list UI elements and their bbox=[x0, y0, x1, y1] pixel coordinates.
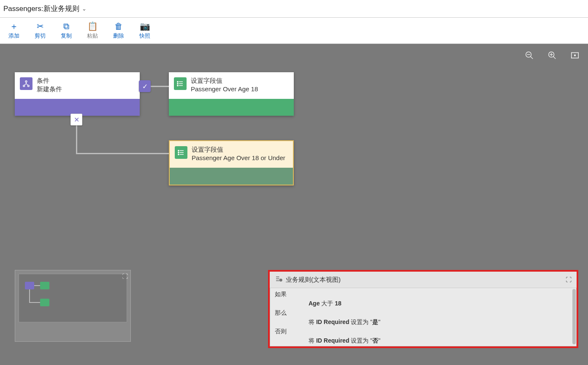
delete-label: 删除 bbox=[113, 32, 124, 40]
list-icon bbox=[175, 146, 187, 159]
add-label: 添加 bbox=[8, 32, 19, 40]
card-footer bbox=[169, 99, 294, 116]
rule-panel-title: 业务规则(文本视图) bbox=[286, 276, 341, 284]
condition-card[interactable]: 条件 新建条件 bbox=[15, 72, 140, 116]
svg-point-8 bbox=[574, 55, 576, 56]
zoom-in-icon[interactable] bbox=[547, 51, 557, 60]
snapshot-button[interactable]: 📷 快照 bbox=[134, 19, 155, 43]
minimap[interactable]: ⛶ bbox=[15, 270, 131, 342]
else-post: " bbox=[378, 337, 380, 344]
rule-panel-body: 如果 Age 大于 18 那么 将 ID Required 设置为 "是" 否则 bbox=[270, 288, 577, 345]
plus-icon: ＋ bbox=[10, 22, 18, 30]
fit-screen-icon[interactable] bbox=[570, 51, 580, 60]
camera-icon: 📷 bbox=[140, 22, 150, 30]
minimap-node bbox=[25, 282, 34, 289]
scissors-icon: ✂ bbox=[37, 22, 44, 30]
close-icon: ✕ bbox=[74, 116, 79, 124]
if-label: 如果 bbox=[275, 291, 309, 298]
minimap-line bbox=[34, 285, 40, 286]
action-false-title: 设置字段值 bbox=[192, 145, 285, 154]
svg-line-1 bbox=[531, 57, 533, 59]
then-mid: 设置为 " bbox=[349, 319, 372, 325]
title-rulename: 新业务规则 bbox=[43, 4, 79, 14]
zoom-out-icon[interactable] bbox=[525, 51, 534, 60]
cut-label: 剪切 bbox=[35, 32, 46, 40]
action-true-card[interactable]: 设置字段值 Passenger Over Age 18 bbox=[169, 72, 294, 116]
list-icon bbox=[174, 77, 187, 90]
then-field: ID Required bbox=[316, 319, 350, 325]
zoom-controls bbox=[525, 51, 580, 60]
minimap-line bbox=[29, 289, 30, 302]
if-value: Age 大于 18 bbox=[309, 300, 572, 308]
else-field: ID Required bbox=[316, 337, 350, 344]
svg-point-9 bbox=[25, 81, 27, 82]
action-true-title: 设置字段值 bbox=[191, 76, 258, 85]
then-post: " bbox=[378, 319, 380, 325]
if-op: 大于 bbox=[320, 300, 335, 307]
then-pre: 将 bbox=[309, 319, 316, 325]
action-false-subtitle: Passenger Age Over 18 or Under bbox=[192, 154, 285, 162]
svg-point-22 bbox=[178, 152, 179, 153]
svg-point-15 bbox=[177, 81, 178, 82]
check-icon: ✓ bbox=[142, 82, 148, 90]
scrollbar[interactable] bbox=[572, 289, 576, 344]
else-val: 否 bbox=[372, 337, 378, 344]
connector-false-v bbox=[76, 125, 77, 154]
minimap-node bbox=[40, 299, 49, 306]
paste-icon: 📋 bbox=[87, 22, 98, 30]
page-title[interactable]: Passengers: 新业务规则 ⌄ bbox=[3, 4, 87, 14]
header: Passengers: 新业务规则 ⌄ bbox=[0, 0, 588, 18]
rule-text-panel: 业务规则(文本视图) ⛶ 如果 Age 大于 18 那么 将 ID Requir… bbox=[268, 270, 578, 348]
snapshot-label: 快照 bbox=[139, 32, 150, 40]
if-num: 18 bbox=[335, 300, 341, 307]
x-badge[interactable]: ✕ bbox=[70, 114, 82, 125]
if-field: Age bbox=[309, 300, 320, 307]
svg-point-21 bbox=[178, 150, 179, 151]
condition-title: 条件 bbox=[37, 76, 62, 85]
minimap-viewport[interactable] bbox=[19, 274, 127, 322]
minimap-line bbox=[29, 302, 40, 303]
else-mid: 设置为 " bbox=[349, 337, 372, 344]
trash-icon: 🗑 bbox=[114, 22, 123, 30]
copy-icon: ⧉ bbox=[63, 22, 69, 30]
action-true-subtitle: Passenger Over Age 18 bbox=[191, 85, 258, 93]
then-val: 是 bbox=[372, 319, 378, 325]
toolbar: ＋ 添加 ✂ 剪切 ⧉ 复制 📋 粘贴 🗑 删除 📷 快照 bbox=[0, 18, 588, 44]
copy-button[interactable]: ⧉ 复制 bbox=[56, 19, 77, 43]
chevron-down-icon[interactable]: ⌄ bbox=[82, 5, 87, 12]
cut-button[interactable]: ✂ 剪切 bbox=[30, 19, 51, 43]
branch-icon bbox=[20, 77, 33, 90]
title-entity: Passengers: bbox=[3, 5, 43, 13]
rule-icon bbox=[275, 275, 282, 284]
canvas[interactable]: 条件 新建条件 ✓ ✕ 设置字段值 Passenger Over Age 18 bbox=[0, 44, 588, 365]
svg-point-17 bbox=[177, 85, 178, 86]
paste-label: 粘贴 bbox=[87, 32, 98, 40]
then-value: 将 ID Required 设置为 "是" bbox=[309, 319, 572, 326]
else-value: 将 ID Required 设置为 "否" bbox=[309, 337, 572, 345]
else-label: 否则 bbox=[275, 328, 309, 335]
svg-point-16 bbox=[177, 83, 178, 84]
action-false-card[interactable]: 设置字段值 Passenger Age Over 18 or Under bbox=[169, 140, 294, 185]
then-label: 那么 bbox=[275, 309, 309, 317]
card-footer bbox=[170, 168, 293, 185]
rule-panel-header: 业务规则(文本视图) ⛶ bbox=[270, 272, 577, 288]
paste-button[interactable]: 📋 粘贴 bbox=[82, 19, 103, 43]
condition-subtitle: 新建条件 bbox=[37, 85, 62, 93]
add-button[interactable]: ＋ 添加 bbox=[3, 19, 24, 43]
minimap-node bbox=[40, 282, 49, 289]
check-badge[interactable]: ✓ bbox=[139, 80, 151, 92]
card-footer bbox=[15, 99, 140, 116]
svg-point-23 bbox=[178, 154, 179, 155]
else-pre: 将 bbox=[309, 337, 316, 344]
expand-icon[interactable]: ⛶ bbox=[566, 276, 572, 283]
copy-label: 复制 bbox=[61, 32, 72, 40]
delete-button[interactable]: 🗑 删除 bbox=[108, 19, 129, 43]
connector-false-h bbox=[76, 153, 169, 154]
svg-line-4 bbox=[553, 57, 556, 59]
